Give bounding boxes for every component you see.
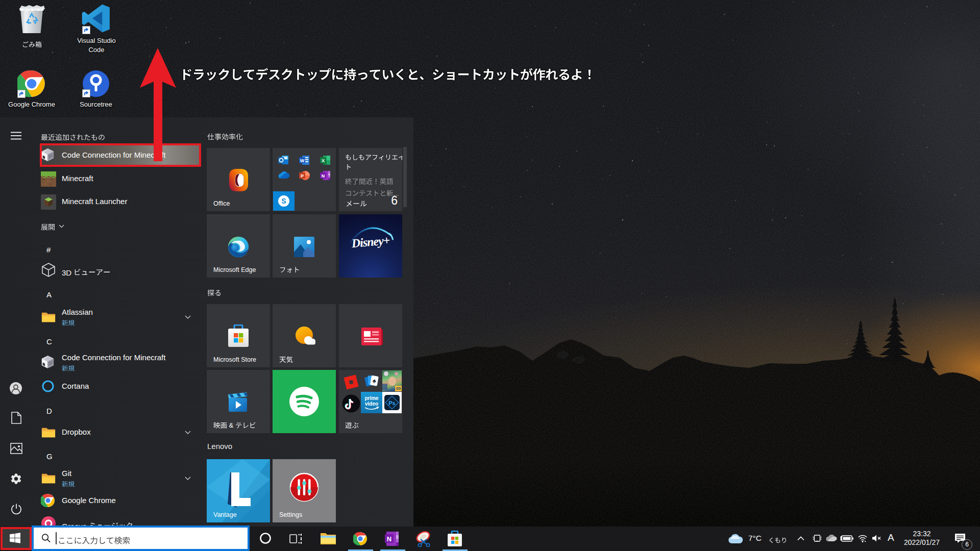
svg-text:S: S	[281, 197, 286, 205]
svg-text:N: N	[322, 173, 325, 179]
svg-text:P: P	[301, 173, 304, 179]
svg-text:Ps: Ps	[388, 400, 395, 406]
svg-text:X: X	[322, 158, 325, 163]
svg-text:W: W	[300, 158, 305, 163]
svg-text:N: N	[387, 535, 391, 543]
